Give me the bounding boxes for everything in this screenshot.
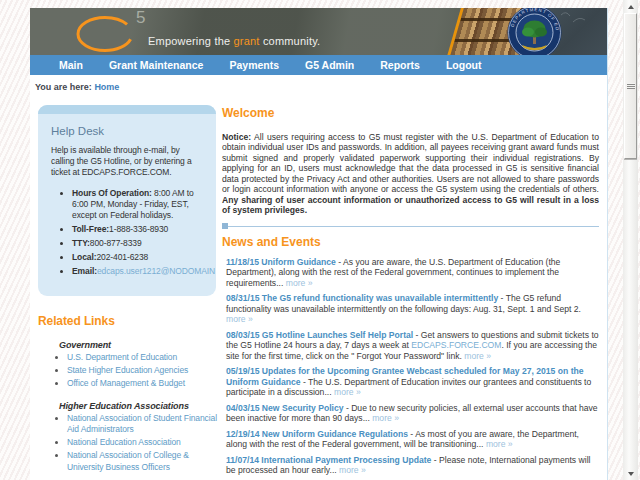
more-link[interactable]: more » <box>486 439 513 449</box>
related-links-title: Related Links <box>38 314 218 328</box>
list-item: National Association of College & Univer… <box>67 450 218 472</box>
more-link[interactable]: more » <box>286 278 313 288</box>
help-desk-bullet-list: Hours Of Operation: 8:00 AM to 6:00 PM, … <box>55 188 204 277</box>
help-bullet-label: TTY: <box>72 238 90 248</box>
tagline: Empowering the grant community. <box>148 35 320 47</box>
vertical-scrollbar[interactable] <box>623 0 638 480</box>
more-link[interactable]: more » <box>334 387 361 397</box>
related-link-state-higher-education-agencies[interactable]: State Higher Education Agencies <box>67 365 188 375</box>
related-links-group-higher-education-associations: Higher Education AssociationsNational As… <box>50 401 218 473</box>
related-link-office-of-management-budget[interactable]: Office of Management & Budget <box>67 378 185 388</box>
related-group-heading: Government <box>59 340 218 350</box>
help-bullet-label: Hours Of Operation: <box>72 188 152 198</box>
news-headline-link[interactable]: 11/18/15 Uniform Guidance <box>226 257 336 267</box>
scroll-down-icon <box>628 472 634 476</box>
help-bullet-label: Local: <box>72 252 96 262</box>
help-email-link[interactable]: edcaps.user1212@NODOMAIN <box>97 266 215 276</box>
list-item: U.S. Department of Education <box>67 352 218 363</box>
list-item: Office of Management & Budget <box>67 378 218 389</box>
nav-item-main[interactable]: Main <box>46 59 96 71</box>
news-item: 05/19/15 Updates for the Upcoming Grante… <box>226 366 599 397</box>
nav-item-logout[interactable]: Logout <box>433 59 495 71</box>
help-bullet: Hours Of Operation: 8:00 AM to 6:00 PM, … <box>72 188 204 221</box>
scrollbar-grip-icon <box>627 83 635 89</box>
related-group-list: U.S. Department of EducationState Higher… <box>50 352 218 390</box>
nav-item-payments[interactable]: Payments <box>216 59 292 71</box>
scrollbar-thumb[interactable] <box>624 13 637 159</box>
more-link[interactable]: more » <box>464 351 491 361</box>
breadcrumb-home-link[interactable]: Home <box>94 82 119 92</box>
news-item: 04/03/15 New Security Policy - Due to ne… <box>226 403 599 424</box>
news-item: 11/18/15 Uniform Guidance - As you are a… <box>226 257 599 288</box>
scrollbar-up-button[interactable] <box>623 0 638 13</box>
news-headline-link[interactable]: 04/03/15 New Security Policy <box>226 403 344 413</box>
help-bullet: TTY:800-877-8339 <box>72 238 204 249</box>
more-link[interactable]: more » <box>226 314 253 324</box>
news-title: News and Events <box>222 235 599 249</box>
g5-logo-five: 5 <box>136 8 145 28</box>
main-nav: MainGrant MaintenancePaymentsG5 AdminRep… <box>30 55 607 75</box>
related-group-heading: Higher Education Associations <box>59 401 218 411</box>
main-content: Welcome Notice: All users requiring acce… <box>218 95 607 480</box>
notice-bold-warning: Any sharing of user account information … <box>222 195 599 215</box>
tagline-highlight: grant <box>234 35 260 47</box>
related-links-groups: GovernmentU.S. Department of EducationSt… <box>38 340 218 480</box>
scrollbar-down-button[interactable] <box>623 467 638 480</box>
more-link[interactable]: more » <box>372 413 399 423</box>
help-bullet: Toll-Free:1-888-336-8930 <box>72 224 204 235</box>
breadcrumb: You are here: Home <box>30 75 607 95</box>
nav-item-reports[interactable]: Reports <box>367 59 433 71</box>
scroll-up-icon <box>628 5 634 9</box>
related-link-national-education-association[interactable]: National Education Association <box>67 437 181 447</box>
news-headline-link[interactable]: 12/19/14 New Uniform Guidance Regulation… <box>226 429 408 439</box>
news-list: 11/18/15 Uniform Guidance - As you are a… <box>222 257 599 480</box>
help-bullet: Email:edcaps.user1212@NODOMAIN <box>72 266 204 277</box>
tagline-prefix: Empowering the <box>148 35 234 47</box>
news-headline-link[interactable]: 08/31/15 The G5 refund functionality was… <box>226 293 498 303</box>
education-seal-icon: DEPARTMENT OF EDUCATION <box>507 8 562 55</box>
help-bullet-label: Toll-Free: <box>72 224 109 234</box>
nav-item-grant-maintenance[interactable]: Grant Maintenance <box>96 59 217 71</box>
list-item: National Education Association <box>67 437 218 448</box>
news-headline-link[interactable]: 11/07/14 International Payment Processin… <box>226 455 431 465</box>
news-item: 12/19/14 New Uniform Guidance Regulation… <box>226 429 599 450</box>
nav-item-g5-admin[interactable]: G5 Admin <box>292 59 367 71</box>
help-desk-panel: Help Desk Help is available through e-ma… <box>38 105 216 296</box>
help-desk-title: Help Desk <box>51 125 204 137</box>
related-links-group-government: GovernmentU.S. Department of EducationSt… <box>50 340 218 390</box>
page-content: 5 Empowering the grant community. DEPART… <box>30 8 608 480</box>
news-item: 08/03/15 G5 Hotline Launches Self Help P… <box>226 330 599 361</box>
notice-paragraph: Notice: All users requiring access to G5… <box>222 132 599 216</box>
notice-body: All users requiring access to G5 must re… <box>222 132 599 194</box>
notice-label: Notice: <box>222 132 251 142</box>
related-link-national-association-of-college-university-business-officers[interactable]: National Association of College & Univer… <box>67 450 189 471</box>
more-link[interactable]: more » <box>339 465 366 475</box>
list-item: State Higher Education Agencies <box>67 365 218 376</box>
help-desk-intro: Help is available through e-mail, by cal… <box>51 145 204 179</box>
sidebar: Help Desk Help is available through e-ma… <box>30 95 218 480</box>
welcome-title: Welcome <box>222 106 599 120</box>
related-link-u-s-department-of-education[interactable]: U.S. Department of Education <box>67 352 177 362</box>
help-bullet-label: Email: <box>72 266 97 276</box>
browser-viewport: 5 Empowering the grant community. DEPART… <box>0 0 640 480</box>
news-headline-link[interactable]: 05/19/15 Updates for the Upcoming Grante… <box>226 366 584 386</box>
related-group-list: National Association of Student Financia… <box>50 413 218 473</box>
breadcrumb-prefix: You are here: <box>35 82 92 92</box>
related-links-panel: Related Links GovernmentU.S. Department … <box>38 314 218 480</box>
tagline-suffix: community. <box>260 35 321 47</box>
g5-logo-g-icon <box>74 11 140 53</box>
news-item: 08/31/15 The G5 refund functionality was… <box>226 293 599 324</box>
news-inline-link[interactable]: EDCAPS.FORCE.COM <box>411 340 501 350</box>
site-banner: 5 Empowering the grant community. DEPART… <box>30 8 607 55</box>
list-item: National Association of Student Financia… <box>67 413 218 435</box>
section-divider <box>222 226 599 227</box>
help-bullet: Local:202-401-6238 <box>72 252 204 263</box>
news-headline-link[interactable]: 08/03/15 G5 Hotline Launches Self Help P… <box>226 330 413 340</box>
related-link-national-association-of-student-financial-aid-administrators[interactable]: National Association of Student Financia… <box>67 413 217 434</box>
news-item: 11/07/14 International Payment Processin… <box>226 455 599 476</box>
